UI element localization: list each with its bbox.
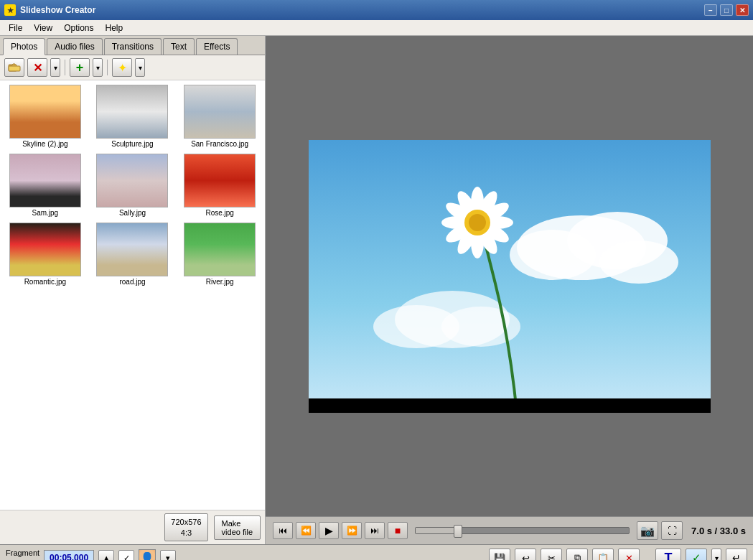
- svg-point-23: [469, 214, 486, 231]
- progress-bar[interactable]: [415, 527, 630, 534]
- stop-button[interactable]: ■: [388, 522, 408, 539]
- tab-transitions[interactable]: Transitions: [104, 38, 162, 55]
- photo-item-skyline[interactable]: Skyline (2).jpg: [3, 83, 88, 149]
- photo-toolbar: ✕ ▾ + ▾ ✦ ▾: [0, 55, 265, 80]
- photo-grid: Skyline (2).jpg Sculpture.jpg San Franci…: [0, 80, 265, 510]
- tab-text[interactable]: Text: [163, 38, 195, 55]
- fullscreen-button[interactable]: ⛶: [661, 521, 683, 540]
- fragment-time-input[interactable]: [44, 550, 94, 560]
- photo-item-river[interactable]: River.jpg: [177, 221, 262, 287]
- menu-options[interactable]: Options: [58, 22, 99, 34]
- preview-image: [309, 140, 711, 413]
- close-button[interactable]: ✕: [736, 4, 749, 16]
- delete-button[interactable]: ✕: [27, 58, 47, 77]
- effect-button[interactable]: ✦: [112, 58, 132, 77]
- photo-item-sculpture[interactable]: Sculpture.jpg: [90, 83, 175, 149]
- menu-file[interactable]: File: [3, 22, 28, 34]
- minimize-button[interactable]: −: [704, 4, 717, 16]
- paste-button[interactable]: 📋: [592, 549, 614, 560]
- save-edit-button[interactable]: 💾: [489, 549, 510, 560]
- make-video-button[interactable]: Makevideo file: [214, 515, 261, 540]
- avatar-button[interactable]: 👤: [139, 549, 156, 560]
- photo-item-sam[interactable]: Sam.jpg: [3, 152, 88, 218]
- photo-item-sally[interactable]: Sally.jpg: [90, 152, 175, 218]
- camera-button[interactable]: 📷: [637, 521, 658, 540]
- avatar-icon: 👤: [139, 550, 155, 560]
- fragment-increase-button[interactable]: ▲: [98, 550, 114, 560]
- size-row: 720x5764:3 Makevideo file: [0, 510, 265, 544]
- menu-view[interactable]: View: [28, 22, 58, 34]
- separator-1: [65, 60, 65, 75]
- cut-button[interactable]: ✂: [541, 549, 562, 560]
- daisy-scene: [309, 140, 711, 413]
- check-dropdown[interactable]: ▾: [711, 549, 721, 560]
- add-dropdown[interactable]: ▾: [93, 58, 103, 77]
- fragment-checkbox[interactable]: ✓: [118, 550, 134, 560]
- time-display: 7.0 s / 33.0 s: [691, 526, 746, 536]
- right-panel: ⏮ ⏪ ▶ ⏩ ⏭ ■ 📷 ⛶ 7.0 s / 33.0 s: [266, 36, 753, 544]
- tab-photos[interactable]: Photos: [3, 38, 45, 55]
- preview-area: [266, 36, 753, 516]
- fragment-row: FragmentDuration ▲ ✓ 👤 ▾ 💾 ↩ ✂ ⧉ 📋 ✕ T ✓…: [0, 545, 753, 560]
- avatar-dropdown[interactable]: ▾: [160, 550, 176, 560]
- tab-audio-files[interactable]: Audio files: [47, 38, 102, 55]
- check-button[interactable]: ✓: [686, 549, 707, 560]
- main-container: Photos Audio files Transitions Text Effe…: [0, 36, 753, 544]
- separator-2: [107, 60, 108, 75]
- photo-item-road[interactable]: road.jpg: [90, 221, 175, 287]
- add-button[interactable]: +: [70, 58, 90, 77]
- svg-rect-1: [9, 66, 20, 71]
- rewind-start-button[interactable]: ⏮: [273, 522, 293, 539]
- fragment-label: FragmentDuration: [6, 548, 39, 560]
- menu-help[interactable]: Help: [100, 22, 129, 34]
- maximize-button[interactable]: □: [720, 4, 733, 16]
- svg-point-5: [510, 230, 596, 280]
- photo-item-romantic[interactable]: Romantic.jpg: [3, 221, 88, 287]
- undo-button[interactable]: ↩: [515, 549, 536, 560]
- copy-button[interactable]: ⧉: [566, 549, 588, 560]
- forward-end-button[interactable]: ⏭: [365, 522, 385, 539]
- titlebar: ★ Slideshow Creator − □ ✕: [0, 0, 753, 20]
- preview-bottom-bar: [309, 398, 711, 413]
- text-button[interactable]: T: [655, 549, 681, 560]
- tab-effects[interactable]: Effects: [196, 38, 238, 55]
- size-button[interactable]: 720x5764:3: [164, 513, 207, 541]
- delete-dropdown[interactable]: ▾: [50, 58, 60, 77]
- photo-item-rose[interactable]: Rose.jpg: [177, 152, 262, 218]
- app-icon: ★: [4, 4, 16, 16]
- effect-dropdown[interactable]: ▾: [135, 58, 145, 77]
- photo-item-sanfrancisco[interactable]: San Francisco.jpg: [177, 83, 262, 149]
- progress-thumb[interactable]: [454, 525, 462, 538]
- left-panel: Photos Audio files Transitions Text Effe…: [0, 36, 266, 544]
- rewind-button[interactable]: ⏪: [296, 522, 316, 539]
- menubar: File View Options Help: [0, 20, 753, 36]
- time-total: 33.0 s: [720, 526, 746, 536]
- tab-bar: Photos Audio files Transitions Text Effe…: [0, 36, 265, 55]
- time-separator: /: [715, 526, 720, 536]
- delete-edit-button[interactable]: ✕: [618, 549, 640, 560]
- preview-controls: ⏮ ⏪ ▶ ⏩ ⏭ ■ 📷 ⛶ 7.0 s / 33.0 s: [266, 516, 753, 544]
- play-button[interactable]: ▶: [319, 522, 339, 539]
- open-button[interactable]: [4, 58, 24, 77]
- svg-point-6: [599, 241, 678, 284]
- progress-fill: [416, 528, 458, 533]
- bottom-section: FragmentDuration ▲ ✓ 👤 ▾ 💾 ↩ ✂ ⧉ 📋 ✕ T ✓…: [0, 544, 753, 560]
- app-title: Slideshow Creator: [20, 5, 704, 15]
- forward-button[interactable]: ⏩: [342, 522, 362, 539]
- window-controls: − □ ✕: [704, 4, 749, 16]
- accept-button[interactable]: ↵: [726, 549, 747, 560]
- time-current: 7.0 s: [691, 526, 712, 536]
